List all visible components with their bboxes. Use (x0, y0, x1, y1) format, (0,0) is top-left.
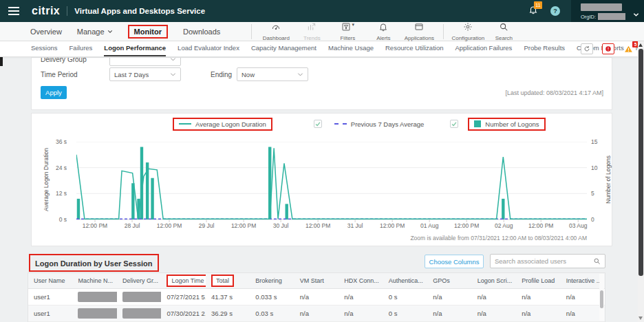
column-header-gpos[interactable]: GPOs (427, 277, 471, 284)
choose-columns-button[interactable]: Choose Columns (425, 255, 484, 268)
notification-bell-icon[interactable]: 11 (528, 5, 538, 17)
table-scrollbar-thumb[interactable] (600, 290, 603, 308)
legend-checkbox[interactable] (450, 120, 458, 128)
x-axis-label: 12:00 PM (454, 222, 479, 229)
table-cell: n/a (294, 293, 339, 301)
chevron-down-icon (170, 72, 176, 78)
search-icon[interactable] (593, 257, 601, 265)
column-header-total[interactable]: Total (206, 275, 250, 287)
nav-tab-label: Manage (77, 28, 105, 36)
legend-item-previous-7-days-average[interactable]: Previous 7 Days Average (334, 120, 425, 128)
toolbar-item-alerts[interactable]: Alerts (365, 22, 401, 41)
column-header-logon-scri[interactable]: Logon Scri... (472, 277, 516, 284)
refresh-button[interactable] (581, 43, 593, 54)
column-header-profile-load[interactable]: Profile Load (516, 277, 560, 284)
column-header-label: HDX Conn... (344, 277, 379, 284)
column-header-authentica[interactable]: Authentica... (383, 277, 427, 284)
table-cell: 0.033 s (250, 293, 294, 301)
column-header-logon-time[interactable]: Logon Time (161, 275, 205, 287)
table-cell: n/a (339, 310, 383, 317)
alerts-icon (378, 22, 388, 34)
ending-label: Ending (211, 71, 237, 78)
legend-label: Previous 7 Days Average (351, 120, 425, 128)
apply-button[interactable]: Apply (41, 86, 67, 99)
nav-tab-overview[interactable]: Overview (30, 28, 62, 36)
column-header-label: Profile Load (522, 277, 555, 284)
toolbar-item-dashboard[interactable]: Dashboard (258, 22, 294, 41)
nav-tab-monitor[interactable]: Monitor (128, 25, 168, 39)
subnav-tab-resource-utilization[interactable]: Resource Utilization (385, 41, 443, 56)
toolbar-item-filters[interactable]: ▾Filters (330, 22, 365, 41)
ending-dropdown[interactable]: Now (237, 67, 308, 81)
table-scrollbar (599, 274, 604, 321)
subnav-tab-failures[interactable]: Failures (69, 41, 93, 56)
left-axis-tick: 24 s (56, 164, 67, 171)
subnav-tab-logon-performance[interactable]: Logon Performance (104, 41, 166, 56)
subnav-tab-capacity-management[interactable]: Capacity Management (251, 41, 316, 56)
toolbar-item-trends: Trends (294, 22, 330, 41)
table-header-row: User NameMachine N...Delivery Gr...Logon… (28, 273, 605, 289)
column-header-user-name[interactable]: User Name (28, 277, 72, 284)
subnav-tab-application-failures[interactable]: Application Failures (455, 41, 512, 56)
monitor-subnav: SessionsFailuresLogon PerformanceLoad Ev… (0, 41, 644, 57)
column-header-machine-n[interactable]: Machine N... (72, 277, 116, 284)
product-title: Virtual Apps and Desktops Service (74, 7, 205, 15)
table-cell: n/a (472, 293, 516, 301)
time-period-value: Last 7 Days (114, 71, 149, 78)
table-cell: 0 s (383, 310, 427, 317)
table-cell (117, 292, 161, 302)
applications-icon (414, 22, 424, 34)
column-header-vm-start[interactable]: VM Start (294, 277, 339, 284)
chevron-down-icon[interactable] (633, 8, 639, 14)
table-cell: 41.37 s (206, 293, 250, 301)
nav-tabs: OverviewManageMonitorDownloads (30, 25, 220, 39)
subnav-tab-machine-usage[interactable]: Machine Usage (328, 41, 374, 56)
column-header-brokering[interactable]: Brokering (250, 277, 294, 284)
table-cell: 36.29 s (206, 310, 250, 317)
x-axis-label: 12:00 PM (83, 222, 107, 229)
toolbar-item-applications[interactable]: Applications (401, 22, 437, 41)
last-updated-text: [Last updated: 08/03/2021 4:17 AM] (505, 89, 603, 96)
nav-tab-manage[interactable]: Manage (77, 28, 113, 36)
page-scrollbar-thumb[interactable] (638, 49, 643, 276)
legend-item-number-of-logons[interactable]: Number of Logons (468, 118, 545, 131)
account-section[interactable]: OrgID: (571, 0, 644, 22)
search-input[interactable] (491, 257, 593, 265)
toolbar-item-configuration[interactable]: Configuration (450, 22, 486, 41)
table-row[interactable]: user1.07/27/2021 5...41.37 s0.033 sn/an/… (28, 289, 605, 305)
org-id-label: OrgID: (581, 14, 596, 20)
error-alert-button[interactable] (602, 43, 614, 54)
help-icon[interactable]: ? (550, 6, 560, 16)
time-period-dropdown[interactable]: Last 7 Days (109, 67, 181, 81)
x-axis-label: 12:00 PM (231, 222, 256, 229)
legend-item-average-logon-duration[interactable]: Average Logon Duration (173, 118, 272, 131)
table-cell: 07/27/2021 5... (161, 293, 205, 301)
notification-badge: 11 (534, 1, 542, 9)
delivery-group-dropdown[interactable] (109, 57, 181, 66)
subnav-tab-probe-results[interactable]: Probe Results (524, 41, 565, 56)
toolbar-item-search[interactable]: Search (486, 22, 522, 41)
subnav-tab-sessions[interactable]: Sessions (31, 41, 58, 56)
logon-performance-chart[interactable] (76, 142, 587, 223)
table-row[interactable]: user1.07/30/2021 2...36.29 s0.03 sn/an/a… (28, 305, 605, 322)
toolbar-divider (443, 24, 444, 39)
hamburger-menu-icon[interactable] (0, 0, 28, 22)
column-header-label: Brokering (255, 277, 282, 284)
toolbar-item-label: Dashboard (263, 35, 290, 41)
x-axis-label: 12:00 PM (380, 222, 405, 229)
scroll-up-arrow[interactable] (638, 43, 643, 47)
column-header-delivery-gr[interactable]: Delivery Gr... (117, 277, 161, 284)
warning-alert-button[interactable]: 5 (623, 43, 636, 54)
legend-checkbox[interactable] (314, 120, 322, 128)
page-scrollbar (638, 41, 644, 322)
right-axis-label: Number of Logons (605, 141, 612, 219)
column-header-hdx-conn[interactable]: HDX Conn... (339, 277, 383, 284)
table-cell: user1 (28, 310, 72, 317)
column-header-interactive[interactable]: Interactive ... (561, 277, 605, 284)
redacted-block (122, 292, 161, 302)
dashboard-icon (271, 22, 281, 34)
redacted-block (78, 292, 116, 302)
scroll-down-arrow[interactable] (638, 316, 643, 320)
nav-tab-downloads[interactable]: Downloads (183, 28, 220, 36)
subnav-tab-load-evaluator-index[interactable]: Load Evaluator Index (178, 41, 239, 56)
